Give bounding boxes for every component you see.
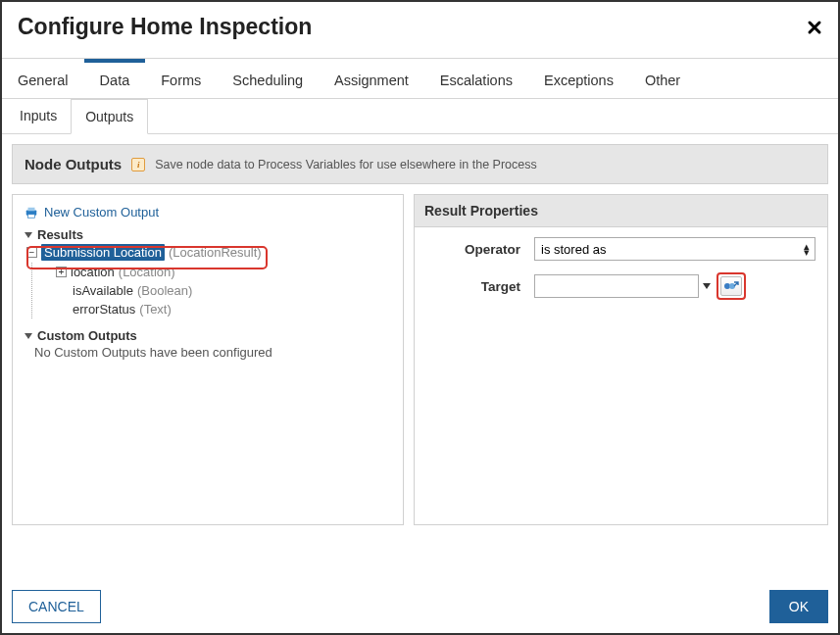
target-picker-button[interactable] (720, 276, 742, 296)
dialog: Configure Home Inspection General Data F… (0, 0, 840, 635)
chevron-down-icon[interactable] (703, 283, 711, 289)
expand-icon[interactable]: + (56, 267, 67, 277)
chevron-down-icon (25, 333, 32, 339)
info-icon: i (131, 158, 145, 171)
new-output-label: New Custom Output (44, 205, 159, 220)
tab-inputs[interactable]: Inputs (6, 99, 71, 133)
panels: New Custom Output Results − Submission L… (12, 194, 828, 525)
target-controls (534, 272, 746, 300)
variable-picker-icon (723, 279, 739, 293)
tree-child-type: (Location) (119, 265, 175, 279)
tab-scheduling[interactable]: Scheduling (217, 59, 319, 98)
section-bar: Node Outputs i Save node data to Process… (12, 144, 828, 184)
tree-child-isavailable[interactable]: isAvailable (Boolean) (56, 281, 391, 300)
operator-select[interactable]: is stored as (534, 237, 815, 261)
dialog-header: Configure Home Inspection (2, 2, 838, 58)
tree-child-name: isAvailable (73, 283, 133, 298)
tree-child-name: location (71, 265, 115, 279)
operator-select-wrap[interactable]: is stored as ▴▾ (534, 237, 815, 261)
tree-child-type: (Boolean) (137, 283, 192, 298)
svg-rect-1 (28, 207, 35, 211)
tree-root-type: (LocationResult) (169, 245, 262, 260)
secondary-tabs: Inputs Outputs (2, 99, 838, 134)
tab-exceptions[interactable]: Exceptions (528, 59, 629, 98)
tab-general[interactable]: General (2, 59, 84, 98)
svg-rect-2 (28, 214, 35, 218)
operator-row: Operator is stored as ▴▾ (426, 237, 815, 261)
properties-body: Operator is stored as ▴▾ Target (415, 227, 827, 321)
custom-outputs-empty: No Custom Outputs have been configured (34, 345, 391, 360)
new-custom-output-link[interactable]: New Custom Output (25, 205, 391, 220)
tree-child-errorstatus[interactable]: errorStatus (Text) (56, 300, 391, 318)
results-header[interactable]: Results (25, 227, 391, 242)
tab-forms[interactable]: Forms (145, 59, 217, 98)
highlight-target-picker (716, 272, 746, 300)
target-input[interactable] (534, 274, 699, 298)
tab-assignment[interactable]: Assignment (319, 59, 424, 98)
close-icon[interactable] (807, 16, 822, 39)
custom-outputs-label: Custom Outputs (37, 328, 137, 343)
tree-child-name: errorStatus (73, 302, 135, 317)
tree-children: + location (Location) isAvailable (Boole… (31, 263, 391, 318)
tree-root-row[interactable]: − Submission Location (LocationResult) (26, 242, 391, 263)
results-label: Results (37, 227, 83, 242)
custom-outputs-header[interactable]: Custom Outputs (25, 328, 391, 343)
operator-label: Operator (426, 242, 534, 257)
content-area: Node Outputs i Save node data to Process… (2, 134, 838, 535)
outputs-body: New Custom Output Results − Submission L… (13, 195, 403, 369)
properties-title: Result Properties (415, 195, 827, 227)
tree-child-location[interactable]: + location (Location) (56, 263, 391, 281)
tab-outputs[interactable]: Outputs (71, 99, 148, 134)
cancel-button[interactable]: CANCEL (12, 590, 101, 623)
target-label: Target (426, 279, 534, 294)
new-output-icon (25, 206, 38, 220)
section-title: Node Outputs (25, 156, 122, 172)
chevron-down-icon (25, 232, 32, 238)
dialog-footer: CANCEL OK (2, 580, 838, 633)
ok-button[interactable]: OK (769, 590, 828, 623)
collapse-icon[interactable]: − (26, 247, 37, 258)
tab-data[interactable]: Data (84, 59, 146, 98)
tab-other[interactable]: Other (629, 59, 696, 98)
outputs-panel: New Custom Output Results − Submission L… (12, 194, 404, 525)
section-hint: Save node data to Process Variables for … (155, 158, 537, 171)
target-row: Target (426, 272, 815, 300)
tree-root-name: Submission Location (41, 244, 165, 261)
dialog-title: Configure Home Inspection (18, 14, 312, 40)
primary-tabs: General Data Forms Scheduling Assignment… (2, 58, 838, 99)
properties-panel: Result Properties Operator is stored as … (414, 194, 828, 525)
tab-escalations[interactable]: Escalations (424, 59, 528, 98)
results-tree: − Submission Location (LocationResult) +… (26, 242, 391, 318)
tree-child-type: (Text) (139, 302, 172, 317)
